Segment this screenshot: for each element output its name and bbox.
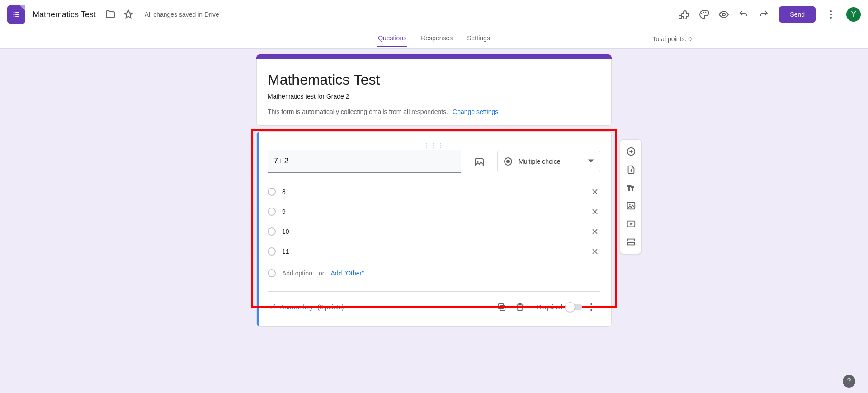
svg-point-7	[703, 12, 704, 13]
svg-rect-27	[628, 243, 635, 245]
add-option-button[interactable]: Add option	[282, 270, 312, 277]
radio-option-icon	[268, 269, 276, 277]
answer-key-button[interactable]: Answer key	[268, 303, 313, 312]
svg-point-8	[705, 12, 707, 14]
side-toolbar: TT	[620, 139, 642, 254]
svg-rect-3	[15, 14, 19, 15]
add-question-icon[interactable]	[620, 142, 642, 161]
svg-point-18	[590, 306, 592, 308]
svg-text:T: T	[627, 185, 631, 192]
question-card[interactable]: ⋮⋮⋮ Multiple choice	[256, 131, 612, 327]
radio-icon	[504, 157, 512, 166]
radio-option-icon	[268, 188, 276, 196]
add-section-icon[interactable]	[620, 233, 642, 251]
help-icon[interactable]: ?	[843, 375, 855, 388]
svg-point-24	[629, 204, 631, 206]
preview-icon[interactable]	[714, 5, 734, 24]
svg-point-10	[830, 10, 832, 12]
question-type-select[interactable]: Multiple choice	[497, 151, 600, 172]
remove-option-icon[interactable]	[590, 246, 600, 257]
save-status: All changes saved in Drive	[145, 11, 219, 18]
forms-app-icon[interactable]	[7, 5, 25, 24]
required-label: Required	[537, 303, 562, 311]
form-header-card[interactable]: Mathematics Test Mathematics test for Gr…	[256, 59, 612, 126]
star-icon[interactable]	[123, 9, 134, 20]
option-input[interactable]	[282, 205, 583, 218]
account-avatar[interactable]: Y	[846, 7, 861, 22]
points-label: (0 points)	[317, 303, 344, 311]
svg-point-17	[590, 303, 592, 305]
form-title[interactable]: Mathematics Test	[268, 71, 600, 88]
svg-rect-4	[14, 16, 15, 18]
radio-option-icon	[268, 227, 276, 236]
duplicate-icon[interactable]	[493, 298, 511, 316]
svg-point-9	[722, 13, 725, 16]
add-title-icon[interactable]: TT	[620, 179, 642, 197]
svg-rect-5	[15, 16, 19, 17]
option-input[interactable]	[282, 225, 583, 238]
customize-theme-icon[interactable]	[694, 5, 714, 24]
add-image-icon[interactable]	[469, 152, 489, 172]
svg-rect-26	[628, 239, 635, 241]
active-indicator	[257, 132, 259, 326]
svg-rect-16	[499, 304, 504, 309]
form-description[interactable]: Mathematics test for Grade 2	[268, 93, 600, 100]
svg-rect-15	[500, 305, 505, 310]
import-questions-icon[interactable]	[620, 161, 642, 179]
remove-option-icon[interactable]	[590, 206, 600, 217]
svg-text:T: T	[631, 186, 634, 191]
tab-settings[interactable]: Settings	[466, 30, 491, 47]
svg-rect-2	[14, 14, 15, 15]
chevron-down-icon	[588, 157, 594, 166]
divider	[533, 300, 533, 314]
remove-option-icon[interactable]	[590, 186, 600, 197]
required-toggle[interactable]	[566, 304, 582, 310]
more-menu-icon[interactable]	[821, 5, 841, 24]
add-video-icon[interactable]	[620, 215, 642, 233]
document-title[interactable]: Mathematics Test	[33, 10, 96, 19]
addons-icon[interactable]	[674, 5, 694, 24]
svg-rect-1	[15, 12, 19, 13]
option-row[interactable]	[268, 202, 600, 222]
send-button[interactable]: Send	[779, 6, 816, 23]
move-to-folder-icon[interactable]	[105, 9, 116, 20]
svg-rect-0	[14, 12, 15, 14]
redo-icon[interactable]	[754, 5, 774, 24]
svg-point-11	[830, 14, 832, 15]
add-image-icon[interactable]	[620, 197, 642, 215]
svg-point-19	[590, 309, 592, 311]
drag-handle-icon[interactable]: ⋮⋮⋮	[268, 142, 600, 150]
svg-point-6	[701, 13, 703, 14]
svg-point-12	[830, 17, 832, 19]
email-collect-notice: This form is automatically collecting em…	[268, 108, 448, 115]
question-title-input[interactable]	[268, 150, 461, 173]
radio-option-icon	[268, 247, 276, 256]
option-row[interactable]	[268, 241, 600, 261]
question-more-icon[interactable]	[582, 298, 600, 316]
option-input[interactable]	[282, 245, 583, 258]
delete-icon[interactable]	[511, 298, 529, 316]
option-input[interactable]	[282, 185, 583, 198]
question-type-label: Multiple choice	[519, 158, 582, 165]
remove-option-icon[interactable]	[590, 226, 600, 237]
option-row[interactable]	[268, 182, 600, 202]
add-other-button[interactable]: Add "Other"	[330, 270, 364, 277]
total-points: Total points: 0	[653, 29, 692, 49]
or-label: or	[319, 270, 324, 277]
answer-key-label: Answer key	[280, 303, 313, 311]
svg-point-14	[477, 161, 479, 162]
tab-questions[interactable]: Questions	[377, 30, 407, 47]
tab-responses[interactable]: Responses	[420, 30, 453, 47]
undo-icon[interactable]	[734, 5, 754, 24]
option-row[interactable]	[268, 222, 600, 241]
radio-option-icon	[268, 208, 276, 216]
change-settings-link[interactable]: Change settings	[453, 108, 498, 115]
